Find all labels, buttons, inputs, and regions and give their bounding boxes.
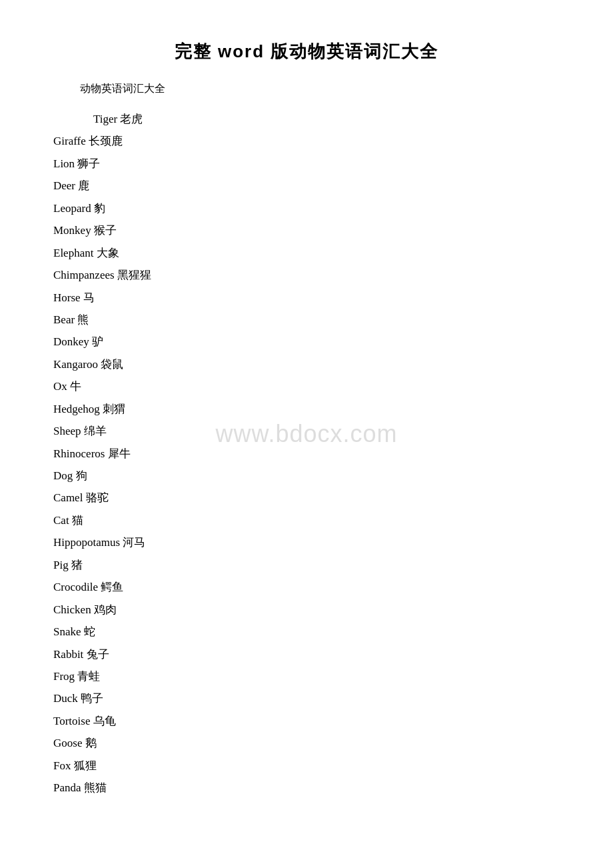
list-item: Panda 熊猫	[53, 777, 560, 799]
list-item: Giraffe 长颈鹿	[53, 130, 560, 152]
list-item: Pig 猪	[53, 554, 560, 576]
list-item: Hedgehog 刺猬	[53, 398, 560, 420]
list-item: Camel 骆驼	[53, 487, 560, 509]
list-item: Hippopotamus 河马	[53, 531, 560, 553]
list-item: Horse 马	[53, 287, 560, 309]
list-item: Kangaroo 袋鼠	[53, 353, 560, 375]
list-item: Chimpanzees 黑猩猩	[53, 264, 560, 286]
list-item: Frog 青蛙	[53, 665, 560, 687]
list-item: Donkey 驴	[53, 331, 560, 353]
list-item: Rabbit 兔子	[53, 643, 560, 665]
list-item: Fox 狐狸	[53, 755, 560, 777]
list-item: Crocodile 鳄鱼	[53, 576, 560, 598]
page-container: 完整 word 版动物英语词汇大全 动物英语词汇大全 Tiger 老虎Giraf…	[53, 40, 560, 799]
list-item: Ox 牛	[53, 375, 560, 397]
list-item: Bear 熊	[53, 309, 560, 331]
list-item: Monkey 猴子	[53, 219, 560, 241]
list-item: Rhinoceros 犀牛	[53, 443, 560, 465]
list-item: Sheep 绵羊	[53, 420, 560, 442]
list-item: Leopard 豹	[53, 197, 560, 219]
list-item: Tiger 老虎	[93, 108, 560, 130]
list-item: Deer 鹿	[53, 175, 560, 197]
list-item: Duck 鸭子	[53, 687, 560, 709]
list-item: Elephant 大象	[53, 242, 560, 264]
page-title: 完整 word 版动物英语词汇大全	[53, 40, 560, 63]
list-item: Lion 狮子	[53, 153, 560, 175]
list-item: Tortoise 乌龟	[53, 710, 560, 732]
list-item: Chicken 鸡肉	[53, 599, 560, 621]
subtitle: 动物英语词汇大全	[80, 82, 560, 96]
animal-list: Tiger 老虎Giraffe 长颈鹿Lion 狮子Deer 鹿Leopard …	[53, 108, 560, 799]
list-item: Goose 鹅	[53, 732, 560, 754]
list-item: Snake 蛇	[53, 621, 560, 643]
list-item: Cat 猫	[53, 509, 560, 531]
list-item: Dog 狗	[53, 465, 560, 487]
